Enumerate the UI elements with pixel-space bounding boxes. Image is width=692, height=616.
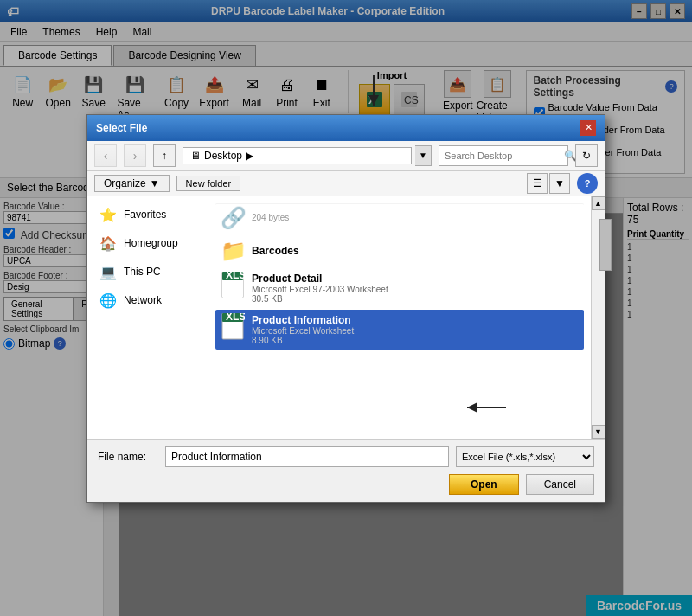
sidebar-item-network[interactable]: 🌐 Network [94, 289, 201, 312]
filename-label: File name: [98, 451, 158, 463]
modal-help-button[interactable]: ? [577, 173, 598, 194]
homegroup-icon: 🏠 [99, 235, 117, 252]
filetype-select[interactable]: Excel File (*.xls,*.xlsx)All Files (*.*) [456, 446, 594, 467]
cancel-button[interactable]: Cancel [526, 474, 594, 495]
path-icon: 🖥 [190, 150, 201, 162]
modal-toolbar2: Organize ▼ New folder ☰ ▼ ? [87, 171, 605, 196]
modal-footer-buttons: Open Cancel [98, 474, 594, 495]
file-info-barcodes: Barcodes [252, 245, 579, 257]
internet-shortcut-icon: 🔗 [221, 206, 245, 230]
open-button[interactable]: Open [449, 474, 519, 495]
modal-close-button[interactable]: ✕ [580, 120, 596, 136]
modal-fwd-button[interactable]: › [124, 144, 146, 167]
file-info-internet-shortcut: 204 bytes [252, 213, 579, 222]
scroll-down-button[interactable]: ▼ [592, 425, 606, 439]
filename-input[interactable] [165, 446, 449, 467]
scroll-up-button[interactable]: ▲ [592, 196, 606, 210]
thispc-icon: 💻 [99, 264, 117, 280]
favorites-icon: ⭐ [99, 207, 117, 223]
modal-path-bar: 🖥 Desktop ▶ ▼ [183, 145, 432, 166]
new-folder-button[interactable]: New folder [176, 176, 241, 191]
modal-refresh-button[interactable]: ↻ [575, 144, 598, 167]
modal-view-buttons: ☰ ▼ [527, 173, 570, 194]
modal-path-label: 🖥 Desktop ▶ [183, 147, 412, 164]
modal-footer: File name: Excel File (*.xls,*.xlsx)All … [87, 439, 605, 502]
modal-scrollbar: ▲ ▼ [591, 196, 605, 439]
sidebar-item-thispc[interactable]: 💻 This PC [94, 260, 201, 284]
file-item-barcodes[interactable]: 📁 Barcodes [215, 235, 584, 266]
modal-file-list: 🔗 204 bytes 📁 Barcodes XLS [208, 196, 591, 439]
svg-text:XLS: XLS [226, 313, 245, 323]
modal-up-button[interactable]: ↑ [153, 144, 176, 167]
product-information-icon: XLS [221, 313, 245, 346]
file-item-product-detail[interactable]: XLS Product Detail Microsoft Excel 97-20… [215, 268, 584, 308]
modal-title: Select File [96, 122, 147, 134]
file-info-product-information: Product Information Microsoft Excel Work… [252, 314, 579, 345]
select-file-modal: Select File ✕ ‹ › ↑ 🖥 Desktop ▶ ▼ 🔍 ↻ [86, 114, 606, 503]
network-icon: 🌐 [99, 292, 117, 309]
view-dropdown-button[interactable]: ▼ [549, 173, 570, 194]
view-list-button[interactable]: ☰ [527, 173, 548, 194]
modal-path-dropdown[interactable]: ▼ [415, 145, 432, 166]
barcodes-folder-icon: 📁 [221, 239, 245, 263]
scroll-thumb[interactable] [599, 219, 612, 271]
file-item-internet-shortcut[interactable]: 🔗 204 bytes [215, 203, 584, 234]
file-info-product-detail: Product Detail Microsoft Excel 97-2003 W… [252, 273, 579, 304]
product-detail-icon: XLS [221, 272, 245, 305]
sidebar-item-homegroup[interactable]: 🏠 Homegroup [94, 232, 201, 255]
organize-button[interactable]: Organize ▼ [94, 175, 170, 192]
file-item-product-information[interactable]: XLS Product Information Microsoft Excel … [215, 310, 584, 350]
modal-search-input[interactable] [445, 151, 564, 161]
sidebar-item-favorites[interactable]: ⭐ Favorites [94, 203, 201, 227]
modal-sidebar: ⭐ Favorites 🏠 Homegroup 💻 This PC 🌐 Netw… [87, 196, 208, 439]
modal-toolbar: ‹ › ↑ 🖥 Desktop ▶ ▼ 🔍 ↻ [87, 141, 605, 171]
modal-title-bar: Select File ✕ [87, 115, 605, 141]
modal-back-button[interactable]: ‹ [94, 144, 117, 167]
svg-text:XLS: XLS [226, 272, 245, 281]
filename-row: File name: Excel File (*.xls,*.xlsx)All … [98, 446, 594, 467]
modal-body: ⭐ Favorites 🏠 Homegroup 💻 This PC 🌐 Netw… [87, 196, 605, 439]
modal-search-box: 🔍 [439, 145, 568, 166]
modal-overlay: Select File ✕ ‹ › ↑ 🖥 Desktop ▶ ▼ 🔍 ↻ [0, 0, 692, 616]
